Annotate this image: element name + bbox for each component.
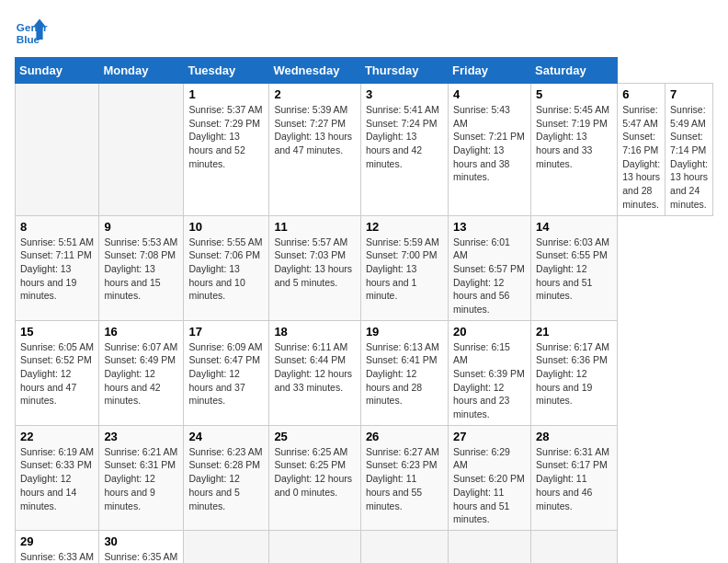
day-info: Sunrise: 6:01 AMSunset: 6:57 PMDaylight:… xyxy=(453,236,526,316)
day-number: 27 xyxy=(453,430,526,443)
day-info: Sunrise: 5:43 AMSunset: 7:21 PMDaylight:… xyxy=(453,103,526,184)
calendar-cell xyxy=(269,530,361,563)
calendar-week-3: 15Sunrise: 6:05 AMSunset: 6:52 PMDayligh… xyxy=(16,320,713,425)
calendar-cell xyxy=(360,530,448,563)
calendar-header: SundayMondayTuesdayWednesdayThursdayFrid… xyxy=(16,58,713,84)
day-info: Sunrise: 6:33 AMSunset: 6:15 PMDaylight:… xyxy=(20,550,94,563)
day-info: Sunrise: 6:29 AMSunset: 6:20 PMDaylight:… xyxy=(453,445,526,526)
calendar-cell xyxy=(449,530,531,563)
calendar-week-4: 22Sunrise: 6:19 AMSunset: 6:33 PMDayligh… xyxy=(16,425,713,530)
day-number: 18 xyxy=(274,325,356,339)
calendar-week-1: 1Sunrise: 5:37 AMSunset: 7:29 PMDaylight… xyxy=(16,84,713,216)
day-info: Sunrise: 6:07 AMSunset: 6:49 PMDaylight:… xyxy=(104,340,178,408)
calendar-cell: 19Sunrise: 6:13 AMSunset: 6:41 PMDayligh… xyxy=(360,320,448,425)
header: General Blue xyxy=(15,15,713,48)
empty-cell xyxy=(16,84,99,216)
day-info: Sunrise: 5:59 AMSunset: 7:00 PMDaylight:… xyxy=(366,236,443,303)
calendar-cell: 13Sunrise: 6:01 AMSunset: 6:57 PMDayligh… xyxy=(449,215,531,320)
day-number: 9 xyxy=(104,220,178,234)
calendar-cell: 29Sunrise: 6:33 AMSunset: 6:15 PMDayligh… xyxy=(16,530,99,563)
day-number: 15 xyxy=(20,325,94,339)
calendar-cell: 6Sunrise: 5:47 AMSunset: 7:16 PMDaylight… xyxy=(618,84,665,216)
day-number: 29 xyxy=(20,534,94,548)
calendar-cell: 27Sunrise: 6:29 AMSunset: 6:20 PMDayligh… xyxy=(449,425,531,530)
calendar-cell: 3Sunrise: 5:41 AMSunset: 7:24 PMDaylight… xyxy=(360,84,448,216)
day-number: 2 xyxy=(274,87,356,101)
day-info: Sunrise: 5:53 AMSunset: 7:08 PMDaylight:… xyxy=(104,236,178,303)
calendar-cell: 17Sunrise: 6:09 AMSunset: 6:47 PMDayligh… xyxy=(184,320,269,425)
day-info: Sunrise: 6:23 AMSunset: 6:28 PMDaylight:… xyxy=(188,445,264,512)
calendar-cell: 30Sunrise: 6:35 AMSunset: 6:12 PMDayligh… xyxy=(99,530,184,563)
day-number: 14 xyxy=(536,220,612,234)
calendar-cell: 22Sunrise: 6:19 AMSunset: 6:33 PMDayligh… xyxy=(16,425,99,530)
day-number: 23 xyxy=(104,430,178,443)
day-info: Sunrise: 5:39 AMSunset: 7:27 PMDaylight:… xyxy=(274,103,356,157)
empty-cell xyxy=(99,84,184,216)
day-number: 6 xyxy=(622,87,660,101)
logo-icon: General Blue xyxy=(15,15,48,48)
day-info: Sunrise: 5:55 AMSunset: 7:06 PMDaylight:… xyxy=(188,236,264,303)
day-number: 3 xyxy=(366,87,443,101)
day-info: Sunrise: 6:15 AMSunset: 6:39 PMDaylight:… xyxy=(453,340,526,421)
day-info: Sunrise: 6:11 AMSunset: 6:44 PMDaylight:… xyxy=(274,340,356,395)
calendar-cell: 11Sunrise: 5:57 AMSunset: 7:03 PMDayligh… xyxy=(269,215,361,320)
calendar-cell: 20Sunrise: 6:15 AMSunset: 6:39 PMDayligh… xyxy=(449,320,531,425)
day-number: 11 xyxy=(274,220,356,234)
calendar-cell: 12Sunrise: 5:59 AMSunset: 7:00 PMDayligh… xyxy=(360,215,448,320)
weekday-header-monday: Monday xyxy=(99,58,184,84)
day-number: 20 xyxy=(453,325,526,339)
day-info: Sunrise: 5:37 AMSunset: 7:29 PMDaylight:… xyxy=(188,103,264,170)
day-number: 21 xyxy=(536,325,612,339)
day-number: 13 xyxy=(453,220,526,234)
calendar-cell xyxy=(184,530,269,563)
day-number: 30 xyxy=(104,534,178,548)
day-number: 16 xyxy=(104,325,178,339)
calendar-cell: 15Sunrise: 6:05 AMSunset: 6:52 PMDayligh… xyxy=(16,320,99,425)
day-number: 17 xyxy=(188,325,264,339)
day-info: Sunrise: 6:13 AMSunset: 6:41 PMDaylight:… xyxy=(366,340,443,408)
weekday-header-wednesday: Wednesday xyxy=(269,58,361,84)
day-number: 10 xyxy=(188,220,264,234)
calendar-cell: 7Sunrise: 5:49 AMSunset: 7:14 PMDaylight… xyxy=(665,84,713,216)
day-info: Sunrise: 6:09 AMSunset: 6:47 PMDaylight:… xyxy=(188,340,264,408)
calendar-week-5: 29Sunrise: 6:33 AMSunset: 6:15 PMDayligh… xyxy=(16,530,713,563)
day-info: Sunrise: 6:03 AMSunset: 6:55 PMDaylight:… xyxy=(536,236,612,303)
day-info: Sunrise: 5:51 AMSunset: 7:11 PMDaylight:… xyxy=(20,236,94,303)
calendar-cell: 1Sunrise: 5:37 AMSunset: 7:29 PMDaylight… xyxy=(184,84,269,216)
calendar-cell: 14Sunrise: 6:03 AMSunset: 6:55 PMDayligh… xyxy=(531,215,618,320)
calendar-cell: 18Sunrise: 6:11 AMSunset: 6:44 PMDayligh… xyxy=(269,320,361,425)
calendar-cell: 10Sunrise: 5:55 AMSunset: 7:06 PMDayligh… xyxy=(184,215,269,320)
day-info: Sunrise: 6:25 AMSunset: 6:25 PMDaylight:… xyxy=(274,445,356,500)
calendar-cell: 26Sunrise: 6:27 AMSunset: 6:23 PMDayligh… xyxy=(360,425,448,530)
day-info: Sunrise: 6:31 AMSunset: 6:17 PMDaylight:… xyxy=(536,445,612,512)
weekday-header-friday: Friday xyxy=(449,58,531,84)
day-info: Sunrise: 5:49 AMSunset: 7:14 PMDaylight:… xyxy=(670,103,708,212)
day-number: 7 xyxy=(670,87,708,101)
day-number: 28 xyxy=(536,430,612,443)
day-number: 19 xyxy=(366,325,443,339)
day-number: 1 xyxy=(188,87,264,101)
day-number: 12 xyxy=(366,220,443,234)
day-info: Sunrise: 6:21 AMSunset: 6:31 PMDaylight:… xyxy=(104,445,178,512)
day-info: Sunrise: 6:27 AMSunset: 6:23 PMDaylight:… xyxy=(366,445,443,512)
day-info: Sunrise: 5:57 AMSunset: 7:03 PMDaylight:… xyxy=(274,236,356,290)
calendar-cell: 24Sunrise: 6:23 AMSunset: 6:28 PMDayligh… xyxy=(184,425,269,530)
calendar-cell: 9Sunrise: 5:53 AMSunset: 7:08 PMDaylight… xyxy=(99,215,184,320)
weekday-header-tuesday: Tuesday xyxy=(184,58,269,84)
day-number: 22 xyxy=(20,430,94,443)
calendar-cell: 8Sunrise: 5:51 AMSunset: 7:11 PMDaylight… xyxy=(16,215,99,320)
logo: General Blue xyxy=(15,15,48,48)
weekday-header-saturday: Saturday xyxy=(531,58,618,84)
day-number: 5 xyxy=(536,87,612,101)
day-number: 26 xyxy=(366,430,443,443)
calendar-cell: 21Sunrise: 6:17 AMSunset: 6:36 PMDayligh… xyxy=(531,320,618,425)
calendar-cell: 23Sunrise: 6:21 AMSunset: 6:31 PMDayligh… xyxy=(99,425,184,530)
weekday-header-thursday: Thursday xyxy=(360,58,448,84)
day-info: Sunrise: 5:41 AMSunset: 7:24 PMDaylight:… xyxy=(366,103,443,170)
calendar-cell: 28Sunrise: 6:31 AMSunset: 6:17 PMDayligh… xyxy=(531,425,618,530)
day-number: 25 xyxy=(274,430,356,443)
day-info: Sunrise: 6:19 AMSunset: 6:33 PMDaylight:… xyxy=(20,445,94,512)
calendar-cell: 25Sunrise: 6:25 AMSunset: 6:25 PMDayligh… xyxy=(269,425,361,530)
day-number: 24 xyxy=(188,430,264,443)
calendar-cell: 4Sunrise: 5:43 AMSunset: 7:21 PMDaylight… xyxy=(449,84,531,216)
